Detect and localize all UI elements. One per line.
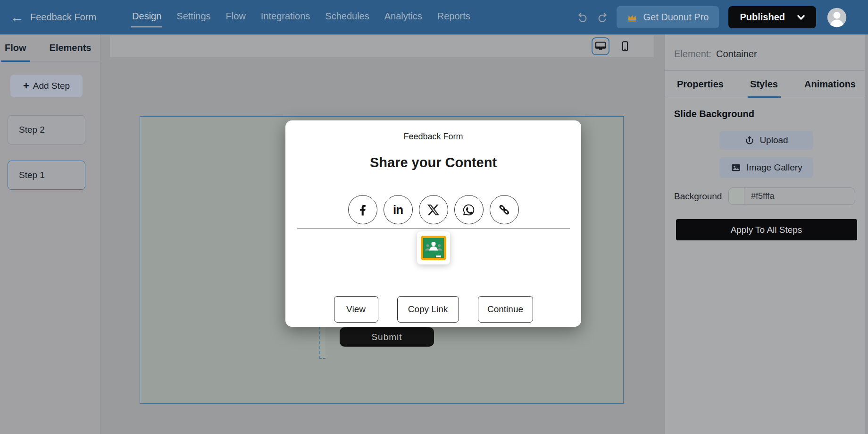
share-modal-subtitle: Feedback Form <box>403 131 463 142</box>
submit-button[interactable]: Submit <box>340 327 434 347</box>
whatsapp-icon <box>461 203 476 217</box>
undo-button[interactable] <box>577 11 589 24</box>
google-classroom-icon <box>421 236 446 260</box>
top-navbar: ← Feedback Form Design Settings Flow Int… <box>0 0 868 34</box>
chevron-down-icon <box>797 15 805 20</box>
sidebar-tabs: Flow Elements <box>0 34 100 61</box>
get-pro-label: Get Duonut Pro <box>643 12 709 23</box>
apply-to-all-steps-button[interactable]: Apply To All Steps <box>676 219 857 240</box>
element-value: Container <box>716 49 757 60</box>
step-card-2[interactable]: Step 2 <box>8 115 85 145</box>
phone-icon <box>619 40 631 52</box>
share-facebook-button[interactable] <box>348 195 377 224</box>
tab-styles[interactable]: Styles <box>750 71 778 98</box>
mobile-view-button[interactable] <box>616 37 634 55</box>
nav-tab-integrations[interactable]: Integrations <box>261 11 310 24</box>
panel-tabs: Properties Styles Animations <box>665 71 868 98</box>
desktop-view-button[interactable] <box>592 37 609 55</box>
canvas-toolbar <box>110 35 654 57</box>
step-label: Step 1 <box>19 170 45 180</box>
navbar-actions: Get Duonut Pro Published <box>577 6 847 28</box>
background-color-input[interactable]: #f5fffa <box>728 187 855 205</box>
properties-panel: Element: Container Properties Styles Ani… <box>664 34 868 434</box>
tab-animations[interactable]: Animations <box>804 71 856 98</box>
add-step-label: Add Step <box>33 81 70 91</box>
element-label: Element: <box>674 49 711 60</box>
nav-links: Design Settings Flow Integrations Schedu… <box>132 11 470 24</box>
image-gallery-label: Image Gallery <box>746 162 802 173</box>
monitor-icon <box>594 40 607 52</box>
step-label: Step 2 <box>19 125 45 135</box>
active-tab-underline <box>1 60 30 62</box>
nav-tab-design[interactable]: Design <box>132 11 161 24</box>
crown-icon <box>627 13 637 22</box>
publish-label: Published <box>740 12 785 23</box>
background-label: Background <box>674 191 728 202</box>
share-linkedin-button[interactable]: in <box>384 195 413 224</box>
upload-button[interactable]: Upload <box>719 131 813 150</box>
continue-button[interactable]: Continue <box>478 296 533 323</box>
image-gallery-button[interactable]: Image Gallery <box>719 157 813 178</box>
upload-label: Upload <box>760 135 788 145</box>
share-modal-title: Share your Content <box>370 154 497 170</box>
add-step-button[interactable]: + Add Step <box>10 75 83 97</box>
nav-tab-schedules[interactable]: Schedules <box>325 11 369 24</box>
hidden-text-field-edge[interactable] <box>319 322 326 359</box>
tab-properties[interactable]: Properties <box>677 71 724 98</box>
back-arrow-icon[interactable]: ← <box>10 11 24 24</box>
x-twitter-icon <box>427 204 439 216</box>
link-icon <box>497 203 511 217</box>
nav-tab-analytics[interactable]: Analytics <box>384 11 422 24</box>
nav-tab-reports[interactable]: Reports <box>437 11 470 24</box>
modal-actions: View Copy Link Continue <box>334 296 533 323</box>
get-pro-button[interactable]: Get Duonut Pro <box>617 6 719 28</box>
social-share-row: in <box>348 195 519 224</box>
share-copy-link-button[interactable] <box>490 195 519 224</box>
facebook-icon <box>356 203 370 217</box>
step-card-1[interactable]: Step 1 <box>8 161 85 190</box>
undo-icon <box>577 11 589 24</box>
share-modal: Feedback Form Share your Content in <box>285 120 581 327</box>
user-avatar[interactable] <box>826 7 847 28</box>
share-x-button[interactable] <box>419 195 448 224</box>
google-classroom-button[interactable] <box>417 231 450 264</box>
color-swatch[interactable] <box>729 188 744 204</box>
image-icon <box>730 162 742 173</box>
selected-element-row: Element: Container <box>665 34 868 60</box>
view-button[interactable]: View <box>334 296 378 323</box>
plus-icon: + <box>23 81 29 91</box>
copy-link-button[interactable]: Copy Link <box>397 296 459 323</box>
linkedin-icon: in <box>393 203 403 217</box>
window-scrollbar[interactable] <box>865 34 868 434</box>
sidebar-tab-flow[interactable]: Flow <box>5 43 26 53</box>
user-icon <box>826 7 847 28</box>
sidebar-tab-elements[interactable]: Elements <box>50 43 92 53</box>
background-color-row: Background #f5fffa <box>674 187 868 205</box>
slide-background-heading: Slide Background <box>674 109 868 119</box>
nav-tab-flow[interactable]: Flow <box>226 11 246 24</box>
project-title: Feedback Form <box>30 12 96 23</box>
redo-icon <box>596 11 608 24</box>
redo-button[interactable] <box>596 11 608 24</box>
share-whatsapp-button[interactable] <box>454 195 484 224</box>
background-hex-value: #f5fffa <box>744 188 774 204</box>
publish-dropdown[interactable]: Published <box>728 6 816 28</box>
nav-tab-settings[interactable]: Settings <box>176 11 210 24</box>
upload-icon <box>744 135 755 145</box>
modal-divider <box>297 228 570 229</box>
left-sidebar: Flow Elements + Add Step Step 2 Step 1 <box>0 34 100 434</box>
